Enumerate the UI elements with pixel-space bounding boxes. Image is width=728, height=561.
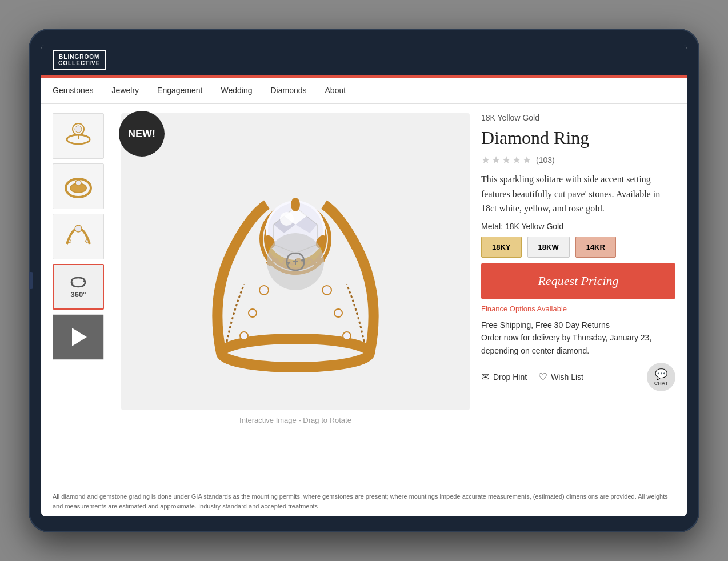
svg-point-6 bbox=[75, 180, 81, 186]
tablet-screen: BLINGROOM COLLECTIVE Gemstones Jewelry E… bbox=[41, 45, 687, 516]
chat-button[interactable]: 💬 CHAT bbox=[647, 363, 675, 391]
wish-list-button[interactable]: ♡ Wish List bbox=[538, 371, 583, 383]
product-info-panel: 18K Yellow Gold Diamond Ring ★★★★★ (103)… bbox=[481, 113, 675, 476]
svg-point-25 bbox=[334, 309, 342, 317]
nav-item-diamonds[interactable]: Diamonds bbox=[270, 86, 306, 95]
shipping-line1: Free Shipping, Free 30 Day Returns bbox=[481, 319, 675, 331]
svg-point-20 bbox=[280, 212, 294, 226]
main-content: › bbox=[41, 104, 687, 486]
action-row: ✉ Drop Hint ♡ Wish List 💬 CHAT bbox=[481, 363, 675, 391]
heart-icon: ♡ bbox=[538, 371, 547, 383]
thumbnail-video[interactable] bbox=[53, 314, 104, 360]
product-description: This sparkling solitare with side accent… bbox=[481, 172, 675, 216]
svg-point-24 bbox=[322, 286, 331, 295]
footer-disclaimer: All diamond and gemstone grading is done… bbox=[53, 492, 675, 511]
product-image-area: NEW! bbox=[121, 113, 470, 476]
footer: All diamond and gemstone grading is done… bbox=[41, 486, 687, 516]
nav-item-gemstones[interactable]: Gemstones bbox=[53, 86, 94, 95]
chat-icon: 💬 bbox=[655, 368, 667, 380]
nav-item-jewelry[interactable]: Jewelry bbox=[112, 86, 139, 95]
thumbnail-2[interactable] bbox=[53, 163, 104, 209]
nav-item-engagement[interactable]: Engagement bbox=[157, 86, 202, 95]
svg-point-22 bbox=[249, 309, 257, 317]
header: BLINGROOM COLLECTIVE bbox=[41, 45, 687, 75]
svg-point-7 bbox=[75, 225, 82, 232]
svg-point-9 bbox=[86, 239, 89, 242]
envelope-icon: ✉ bbox=[481, 371, 490, 383]
metal-option-14kr[interactable]: 14KR bbox=[575, 237, 616, 258]
svg-point-21 bbox=[259, 286, 269, 295]
rotate-icon bbox=[68, 275, 89, 289]
thumb-ring-svg-3 bbox=[58, 218, 98, 255]
metal-type-label: 18K Yellow Gold bbox=[481, 113, 675, 122]
thumbnail-list: 360° bbox=[53, 113, 110, 476]
rating-row: ★★★★★ (103) bbox=[481, 154, 675, 166]
svg-point-26 bbox=[343, 332, 351, 340]
finance-options-link[interactable]: Finance Options Available bbox=[481, 304, 675, 313]
logo[interactable]: BLINGROOM COLLECTIVE bbox=[53, 50, 106, 70]
metal-option-18ky[interactable]: 18KY bbox=[481, 237, 522, 258]
image-caption: Interactive Image - Drag to Rotate bbox=[239, 416, 351, 424]
play-icon bbox=[72, 328, 87, 346]
tablet-frame: BLINGROOM COLLECTIVE Gemstones Jewelry E… bbox=[29, 29, 699, 532]
svg-point-2 bbox=[75, 126, 82, 133]
svg-point-29 bbox=[291, 198, 300, 211]
rotate-overlay[interactable] bbox=[267, 233, 324, 290]
svg-point-10 bbox=[221, 339, 370, 367]
nav-item-wedding[interactable]: Wedding bbox=[221, 86, 252, 95]
thumb-ring-svg-1 bbox=[58, 118, 98, 155]
shipping-line2: Order now for delivery by Thursday, Janu… bbox=[481, 331, 675, 357]
drop-hint-label: Drop Hint bbox=[493, 372, 527, 382]
thumbnail-360[interactable]: 360° bbox=[53, 264, 104, 310]
thumbnail-3[interactable] bbox=[53, 214, 104, 259]
svg-point-8 bbox=[69, 239, 71, 242]
product-title: Diamond Ring bbox=[481, 128, 675, 148]
360-label: 360° bbox=[71, 290, 86, 299]
metal-options: 18KY 18KW 14KR bbox=[481, 237, 675, 258]
thumbnail-1[interactable] bbox=[53, 113, 104, 159]
request-pricing-button[interactable]: Request Pricing bbox=[481, 263, 675, 299]
logo-line2: COLLECTIVE bbox=[58, 60, 100, 66]
logo-line1: BLINGROOM bbox=[59, 54, 99, 60]
drop-hint-button[interactable]: ✉ Drop Hint bbox=[481, 371, 527, 383]
chat-label: CHAT bbox=[654, 380, 668, 386]
star-rating: ★★★★★ bbox=[481, 154, 533, 166]
rotate-cursor-icon bbox=[281, 247, 310, 276]
wish-list-label: Wish List bbox=[551, 372, 583, 382]
nav-item-about[interactable]: About bbox=[325, 86, 346, 95]
rating-count: (103) bbox=[536, 155, 555, 165]
shipping-info: Free Shipping, Free 30 Day Returns Order… bbox=[481, 319, 675, 357]
thumb-ring-svg-2 bbox=[58, 168, 98, 205]
svg-point-23 bbox=[240, 332, 248, 340]
metal-option-18kw[interactable]: 18KW bbox=[527, 237, 570, 258]
metal-option-label: Metal: 18K Yellow Gold bbox=[481, 222, 675, 231]
main-product-image[interactable] bbox=[121, 113, 470, 410]
main-nav: Gemstones Jewelry Engagement Wedding Dia… bbox=[41, 78, 687, 103]
new-badge: NEW! bbox=[119, 111, 165, 157]
